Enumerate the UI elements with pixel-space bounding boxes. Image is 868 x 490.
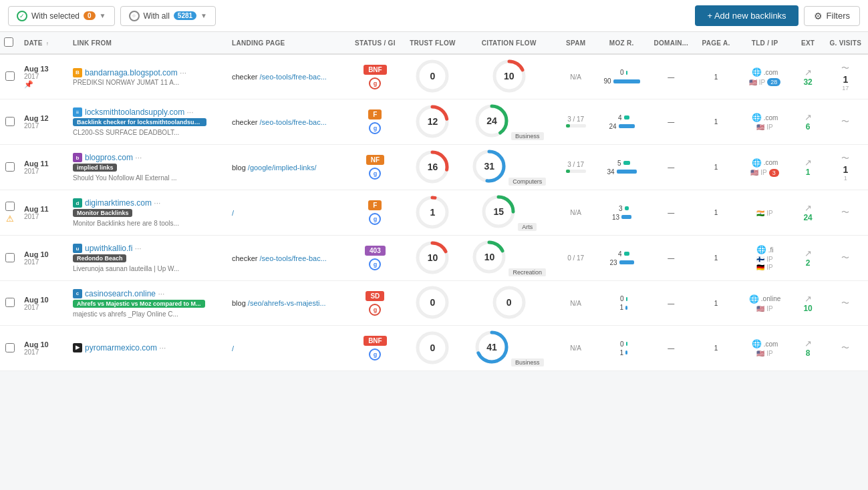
g-visits-value: 1 — [827, 74, 864, 85]
row-checkbox[interactable] — [5, 298, 15, 307]
select-all-checkbox[interactable] — [4, 37, 13, 47]
spam-bar — [566, 124, 586, 128]
col-g-visits[interactable]: G. VISITS — [823, 32, 868, 54]
status-badge: NF — [366, 155, 384, 165]
citation-flow-value: 0 — [507, 297, 512, 308]
col-citation-flow[interactable]: CITATION FLOW — [463, 32, 555, 54]
add-backlinks-button[interactable]: + Add new backlinks — [695, 5, 798, 26]
landing-page-cell[interactable]: checker /seo-tools/free-bac... — [228, 54, 348, 99]
tld-ip-cell: 🌐 .com🇺🇸 IP — [736, 99, 792, 145]
row-checkbox[interactable] — [5, 253, 15, 262]
row-checkbox[interactable] — [5, 117, 15, 126]
date-main: Aug 10 — [24, 296, 65, 304]
spam-cell: 3 / 17 — [555, 99, 597, 145]
tld-value: 🌐 .fi — [740, 245, 788, 254]
col-moz-r[interactable]: MOZ R. — [597, 32, 647, 54]
domain-link[interactable]: upwithkallio.fi ··· — [85, 244, 142, 253]
landing-path: /seo/ahrefs-vs-majesti... — [248, 299, 326, 307]
link-from-cell: ≡ locksmithtoolandsupply.com ··· Backlin… — [69, 99, 228, 145]
landing-base: checker — [232, 254, 258, 262]
col-date[interactable]: DATE ↑ — [20, 32, 69, 54]
moz-val2: 23 — [609, 259, 617, 266]
row-checkbox[interactable] — [5, 71, 15, 81]
domain-link[interactable]: bandarnaga.blogspot.com ··· — [85, 68, 186, 77]
trust-flow-value: 0 — [430, 297, 436, 308]
citation-flow-cell: 31 Computers — [463, 145, 555, 190]
domain-link[interactable]: casinosearch.online ··· — [85, 289, 164, 298]
moz-val1: 0 — [616, 340, 624, 348]
spam-cell: 0 / 17 — [555, 236, 597, 281]
table-row: Aug 10 2017 ▶ pyromarmexico.com ··· /BNF… — [0, 326, 868, 371]
filters-button[interactable]: ⚙ Filters — [804, 6, 860, 26]
col-tld-ip[interactable]: TLD / IP — [736, 32, 792, 54]
ext-icon: ↗ — [797, 338, 819, 348]
domain-snippet: PREDIKSI NORWAY JUMAT 11 A... — [73, 79, 213, 86]
flag-row: 🇮🇳 IP — [740, 210, 788, 217]
citation-flow-cell: 41 Business — [463, 326, 555, 371]
col-page-a[interactable]: PAGE A. — [696, 32, 737, 54]
ext-icon: ↗ — [797, 112, 819, 122]
date-main: Aug 10 — [24, 250, 65, 258]
domain-favicon: ▶ — [73, 343, 82, 352]
citation-flow-value: 41 — [486, 342, 497, 352]
tld-ip-cell: 🇮🇳 IP — [736, 190, 792, 236]
trust-flow-cell: 1 — [402, 190, 462, 236]
row-checkbox[interactable] — [5, 162, 15, 172]
citation-flow-cell: 24 Business — [463, 99, 555, 145]
domain-link[interactable]: blogpros.com ··· — [85, 153, 142, 162]
globe-icon: 🌐 — [749, 294, 759, 304]
moz-bar2 — [617, 170, 637, 174]
google-icon: g — [369, 168, 381, 180]
domain-cell: — — [647, 54, 696, 99]
ext-value: 6 — [797, 122, 819, 132]
col-status[interactable]: STATUS / GI — [348, 32, 403, 54]
landing-page-cell[interactable]: / — [228, 326, 348, 371]
landing-page-cell[interactable]: checker /seo-tools/free-bac... — [228, 236, 348, 281]
globe-icon: 🌐 — [752, 158, 762, 168]
flag-row: 🇺🇸 IP — [740, 124, 788, 131]
col-link-from[interactable]: LINK FROM — [69, 32, 228, 54]
flag-row2: 🇩🇪 IP — [740, 264, 788, 271]
date-cell: Aug 12 2017 — [20, 99, 69, 145]
col-spam[interactable]: SPAM — [555, 32, 597, 54]
flag-icon: 🇺🇸 — [749, 79, 757, 86]
pin-icon: 📌 — [24, 80, 65, 89]
table-row: ⚠Aug 11 2017 d digimarktimes.com ··· Mon… — [0, 190, 868, 236]
date-main: Aug 12 — [24, 114, 65, 122]
date-main: Aug 11 — [24, 205, 65, 213]
chevron-down-icon: ▼ — [100, 12, 106, 19]
col-ext[interactable]: EXT — [793, 32, 823, 54]
date-cell: Aug 13 2017 📌 — [20, 54, 69, 99]
landing-path: /seo-tools/free-bac... — [260, 254, 327, 262]
landing-page-cell[interactable]: blog /google/implied-links/ — [228, 145, 348, 190]
trend-icon: 〜 — [827, 116, 864, 128]
link-from-cell: c casinosearch.online ··· Ahrefs vs Maje… — [69, 281, 228, 326]
moz-bar1 — [624, 252, 629, 256]
trust-flow-value: 16 — [428, 162, 438, 172]
tld-value: 🌐 .com — [740, 158, 788, 168]
domain-link[interactable]: locksmithtoolandsupply.com ··· — [85, 107, 194, 117]
landing-page-cell[interactable]: / — [228, 190, 348, 236]
domain-link[interactable]: digimarktimes.com ··· — [85, 198, 160, 208]
landing-path: / — [232, 344, 234, 352]
landing-page-cell[interactable]: blog /seo/ahrefs-vs-majesti... — [228, 281, 348, 326]
col-domain[interactable]: DOMAIN... — [647, 32, 696, 54]
tld-value: 🌐 .online — [740, 294, 788, 304]
citation-flow-value: 10 — [484, 252, 495, 262]
domain-link[interactable]: pyromarmexico.com ··· — [85, 343, 166, 352]
col-landing-page[interactable]: LANDING PAGE — [228, 32, 348, 54]
flag-row: 🇺🇸 IP — [740, 350, 788, 357]
g-visits-cell: 〜 — [823, 99, 868, 145]
moz-val1: 0 — [616, 295, 624, 302]
moz-val1: 3 — [615, 205, 623, 212]
row-checkbox[interactable] — [5, 202, 15, 211]
col-trust-flow[interactable]: TRUST FLOW — [402, 32, 462, 54]
landing-base: checker — [232, 118, 258, 126]
toolbar: ✓ With selected 0 ▼ ○ With all 5281 ▼ + … — [0, 0, 868, 32]
landing-page-cell[interactable]: checker /seo-tools/free-bac... — [228, 99, 348, 145]
domain-snippet: Should You Nofollow All External ... — [73, 174, 213, 182]
trend-icon: 〜 — [827, 298, 864, 309]
with-selected-button[interactable]: ✓ With selected 0 ▼ — [8, 6, 115, 26]
with-all-button[interactable]: ○ With all 5281 ▼ — [120, 6, 216, 26]
row-checkbox[interactable] — [5, 343, 15, 352]
